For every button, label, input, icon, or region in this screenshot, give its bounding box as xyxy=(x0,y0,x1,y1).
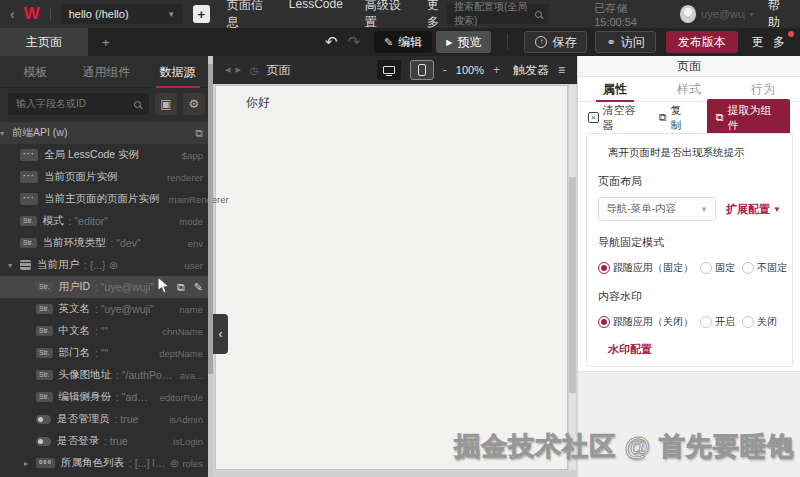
radio-icon[interactable] xyxy=(700,262,712,274)
history-icon[interactable]: ◷ xyxy=(250,65,259,76)
menu-item-more[interactable]: 更多 xyxy=(427,0,447,31)
tree-row[interactable]: 是否登录: trueisLogin xyxy=(0,430,213,452)
publish-button[interactable]: 发布版本 xyxy=(666,31,738,53)
tree-row[interactable]: Str.头像图地址: "/authPort/avatar/uy...ava... xyxy=(0,364,213,386)
tree-row[interactable]: Str.部门名: ""deptName xyxy=(0,342,213,364)
redo-icon[interactable]: ↷ xyxy=(347,33,360,51)
tab-templates[interactable]: 模板 xyxy=(0,56,71,88)
extract-component-button[interactable]: ⧉ 提取为组件 xyxy=(707,99,790,137)
clear-container-button[interactable]: × 清空容器 xyxy=(588,103,646,133)
edit-icon[interactable]: ✎ xyxy=(194,281,203,294)
save-button[interactable]: ↑ 保存 xyxy=(524,31,587,53)
tree-row[interactable]: 是否管理员: trueisAdmin xyxy=(0,408,213,430)
radio-option[interactable]: 关闭 xyxy=(742,315,777,329)
watermark-config-link[interactable]: 水印配置 xyxy=(608,342,781,357)
tree-row[interactable]: Str.用户ID: "uye@wuji"⧉✎ xyxy=(0,276,213,298)
nav-back-icon[interactable]: ◀ xyxy=(225,66,230,74)
copy-icon[interactable]: ⧉ xyxy=(177,281,185,294)
expand-config-link[interactable]: 扩展配置 ▼ xyxy=(726,202,781,217)
string-type-icon: Str. xyxy=(20,216,37,226)
canvas-scrollbar[interactable] xyxy=(569,85,576,470)
tree-row[interactable]: ···当前页面片实例renderer xyxy=(0,166,213,188)
radio-option[interactable]: 跟随应用（关闭） xyxy=(598,315,693,329)
tree-row[interactable]: ···当前主页面的页面片实例: nullmainRenderer xyxy=(0,188,213,210)
edit-mode-button[interactable]: ✎ 编辑 xyxy=(374,31,432,53)
visit-button[interactable]: ⚭ 访问 xyxy=(595,31,655,53)
tree-row[interactable]: ···全局 LessCode 实例$app xyxy=(0,144,213,166)
zoom-out-button[interactable]: - xyxy=(443,63,447,77)
tab-behavior[interactable]: 行为 xyxy=(726,77,800,101)
settings-gear-button[interactable]: ⚙ xyxy=(183,93,205,115)
clear-container-icon: × xyxy=(588,112,599,123)
radio-selected-icon[interactable] xyxy=(598,316,610,328)
nav-fixed-radio-group: 跟随应用（固定）固定不固定 xyxy=(598,261,781,275)
hamburger-menu-icon[interactable]: ≡ xyxy=(558,63,565,77)
tree-row-label: 当前环境类型 xyxy=(43,236,106,250)
canvas-scrollbar-thumb[interactable] xyxy=(569,177,576,393)
username[interactable]: uye@wuji xyxy=(701,8,745,20)
eye-icon[interactable]: ◎ xyxy=(171,458,179,468)
avatar[interactable] xyxy=(680,5,697,23)
radio-selected-icon[interactable] xyxy=(598,262,610,274)
radio-icon[interactable] xyxy=(742,316,754,328)
copy-button[interactable]: ⧉ 复制 xyxy=(659,103,692,133)
nav-forward-icon[interactable]: ▶ xyxy=(235,66,240,74)
sidebar-collapse-handle[interactable]: ‹ xyxy=(213,314,228,354)
tab-datasource[interactable]: 数据源 xyxy=(142,56,213,88)
sidebar-scrollbar[interactable] xyxy=(208,56,213,477)
radio-option[interactable]: 开启 xyxy=(700,315,735,329)
tree-row[interactable]: Str.中文名: ""chnName xyxy=(0,320,213,342)
undo-icon[interactable]: ↶ xyxy=(325,33,338,51)
tree-row[interactable]: Str.英文名: "uye@wuji"name xyxy=(0,298,213,320)
radio-option[interactable]: 固定 xyxy=(700,261,735,275)
menu-item-page-info[interactable]: 页面信息 xyxy=(227,0,267,31)
page-selector-dropdown[interactable]: hello (/hello) ▼ xyxy=(61,4,184,24)
page-text-component[interactable]: 你好 xyxy=(246,94,270,111)
tree-row[interactable]: ▸000所属角色列表: [...] length:1◎roles xyxy=(0,452,213,474)
trigger-button[interactable]: 触发器 xyxy=(513,62,549,79)
field-search-input[interactable]: 输入字段名或ID xyxy=(8,93,149,115)
tab-common-components[interactable]: 通用组件 xyxy=(71,56,142,88)
menu-item-lesscode[interactable]: LessCode xyxy=(289,0,343,31)
tab-style[interactable]: 样式 xyxy=(652,77,726,101)
page-canvas[interactable]: 你好 xyxy=(215,85,568,470)
radio-icon[interactable] xyxy=(700,316,712,328)
help-link[interactable]: 帮助 xyxy=(768,0,790,31)
visit-label: 访问 xyxy=(621,34,645,51)
top-bar: ‹ W hello (/hello) ▼ + 页面信息 LessCode 高级设… xyxy=(0,0,800,28)
radio-icon[interactable] xyxy=(742,262,754,274)
monitor-icon xyxy=(383,66,395,74)
expand-open-icon[interactable]: ▾ xyxy=(8,261,20,270)
copy-icon[interactable]: ⧉ xyxy=(195,127,203,140)
more-actions-button[interactable]: 更 多 xyxy=(748,34,792,51)
tree-row-key: editorRole xyxy=(160,392,203,403)
tree-row[interactable]: Str.编辑侧身份: "admin"editorRole xyxy=(0,386,213,408)
tree-row[interactable]: Str.模式: "editor"mode xyxy=(0,210,213,232)
tab-properties[interactable]: 属性 xyxy=(578,77,652,101)
panel-view-button[interactable]: ▣ xyxy=(155,93,177,115)
clear-container-label: 清空容器 xyxy=(603,103,646,133)
global-search-input[interactable]: 搜索配置项(全局搜索) xyxy=(447,4,549,24)
play-icon: ▶ xyxy=(446,38,452,47)
add-page-button[interactable]: + xyxy=(193,5,210,23)
menu-item-advanced-settings[interactable]: 高级设置 xyxy=(365,0,405,31)
tree-row[interactable]: ▾当前用户: {...}◎user xyxy=(0,254,213,276)
app-logo: W xyxy=(24,4,39,24)
tree-row-value: : "uye@wuji" xyxy=(95,281,154,293)
tree-row[interactable]: Str.当前环境类型: "dev"env xyxy=(0,232,213,254)
leave-prompt-label[interactable]: 离开页面时是否出现系统提示 xyxy=(608,146,781,160)
zoom-in-button[interactable]: + xyxy=(493,63,500,77)
back-icon[interactable]: ‹ xyxy=(10,6,15,22)
expand-open-icon[interactable]: ▾ xyxy=(0,129,12,138)
expand-closed-icon[interactable]: ▸ xyxy=(24,459,36,468)
mobile-view-button[interactable] xyxy=(410,60,434,80)
radio-option[interactable]: 跟随应用（固定） xyxy=(598,261,693,275)
add-tab-button[interactable]: + xyxy=(102,35,110,50)
preview-button[interactable]: ▶ 预览 xyxy=(436,31,491,53)
tree-section-row[interactable]: ▾前端API (w)⧉ xyxy=(0,122,213,144)
desktop-view-button[interactable] xyxy=(377,60,401,80)
tab-main-page[interactable]: 主页面 xyxy=(0,28,88,56)
eye-icon[interactable]: ◎ xyxy=(110,260,118,270)
radio-option[interactable]: 不固定 xyxy=(742,261,787,275)
layout-select[interactable]: 导航-菜单-内容 ▼ xyxy=(598,197,716,221)
